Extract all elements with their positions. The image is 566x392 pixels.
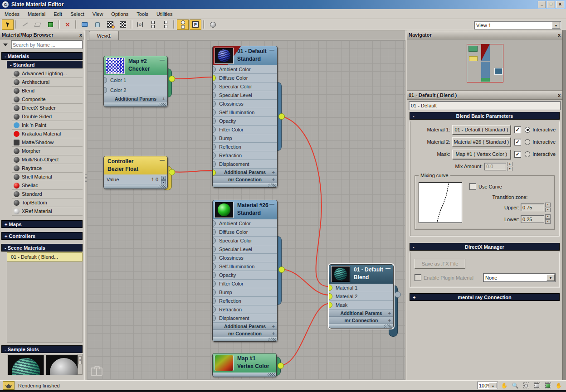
mask-button[interactable]: Map #1 ( Vertex Color ) (452, 150, 511, 159)
filter-button[interactable] (1, 41, 10, 48)
node-slot[interactable]: Self-Illumination (213, 262, 277, 271)
render-status-button[interactable] (3, 381, 15, 390)
input-socket-connected[interactable] (212, 169, 216, 176)
zoom-extents-selected-button[interactable] (543, 382, 552, 390)
node-resize-grip[interactable] (329, 324, 393, 328)
node-slot[interactable]: Diffuse Color (213, 228, 277, 237)
enable-plugin-checkbox[interactable] (415, 274, 421, 281)
input-socket[interactable] (212, 83, 216, 90)
mr-connection-strip[interactable]: mr Connection+ (329, 317, 393, 324)
node-slot[interactable]: Specular Color (213, 82, 277, 91)
input-socket[interactable] (212, 161, 216, 167)
node-slot[interactable]: Specular Color (213, 237, 277, 245)
node-slot[interactable]: Material 2 (329, 292, 393, 301)
expand-icon[interactable]: + (388, 318, 391, 323)
rollout-directx-manager[interactable]: - DirectX Manager (410, 243, 560, 251)
additional-params-strip[interactable]: Additional Params+ (213, 323, 277, 330)
node-slot[interactable]: Displacement (213, 314, 277, 323)
zoom-region-button[interactable] (522, 382, 531, 390)
list-item[interactable]: Composite (12, 95, 83, 104)
select-tool-button[interactable] (2, 19, 14, 30)
material2-button[interactable]: Material #26 ( Standard ) (452, 137, 511, 147)
menu-modes[interactable]: Modes (5, 11, 20, 17)
input-socket[interactable] (212, 272, 216, 278)
list-item[interactable]: Shellac (12, 181, 83, 190)
list-item[interactable]: Raytrace (12, 164, 83, 173)
chevron-down-icon[interactable]: ▼ (489, 382, 497, 388)
node-slot[interactable]: Ambient Color (213, 65, 277, 74)
list-item[interactable]: Double Sided (12, 112, 83, 121)
assign-material-button[interactable] (44, 19, 56, 30)
node-header[interactable]: 01 - DefaultStandard — (213, 46, 277, 65)
mix-amount-spinner[interactable]: ▲▼ (507, 162, 512, 171)
tab-view1[interactable]: View1 (89, 31, 119, 40)
input-socket[interactable] (212, 66, 216, 73)
additional-params-strip[interactable]: Additional Params+ (104, 95, 167, 102)
node-resize-grip[interactable] (104, 184, 167, 189)
node-default-standard[interactable]: 01 - DefaultStandard — Ambient Color Dif… (212, 46, 278, 188)
group-maps[interactable]: + Maps (1, 220, 83, 228)
node-slot[interactable]: Glossiness (213, 100, 277, 108)
list-item[interactable]: Shell Material (12, 173, 83, 181)
sample-scrollbar[interactable]: ≡ (78, 354, 83, 375)
lower-spinner[interactable]: ▲▼ (545, 214, 551, 224)
input-socket[interactable] (212, 298, 216, 304)
node-controller-bezier[interactable]: ControllerBezier Float — Value 1.0 ▲▼ (103, 156, 168, 189)
material1-button[interactable]: 01 - Default ( Standard ) (452, 125, 511, 135)
show-background-button[interactable]: O (134, 19, 146, 30)
group-controllers[interactable]: + Controllers (1, 232, 83, 240)
scene-material-item[interactable]: 01 - Default ( Blend... (7, 252, 83, 261)
list-item[interactable]: DirectX Shader (12, 104, 83, 112)
list-item[interactable]: Top/Bottom (12, 198, 83, 207)
node-header[interactable]: Map #2Checker — (104, 56, 167, 75)
node-slot[interactable]: Specular Level (213, 91, 277, 100)
list-item[interactable]: Blend (12, 87, 83, 95)
sample-slot[interactable] (8, 355, 44, 375)
expand-icon[interactable]: + (272, 169, 275, 175)
delete-button[interactable]: ✕ (62, 19, 73, 30)
node-slot[interactable]: Opacity (213, 271, 277, 280)
list-item[interactable]: Multi/Sub-Object (12, 155, 83, 164)
material1-interactive-radio[interactable] (525, 127, 531, 133)
input-socket[interactable] (212, 109, 216, 116)
expand-icon[interactable]: + (413, 295, 415, 300)
layout-children-auto-button[interactable] (160, 19, 171, 30)
list-item[interactable]: Ink 'n Paint (12, 121, 83, 130)
input-socket[interactable] (212, 263, 216, 270)
zoom-extents-button[interactable] (532, 382, 542, 390)
material2-checkbox[interactable]: ✓ (514, 139, 521, 145)
list-item[interactable]: XRef Material (12, 207, 83, 216)
parameter-panel-header[interactable]: 01 - Default ( Blend ) x (407, 91, 562, 100)
search-input[interactable] (11, 40, 83, 49)
input-socket[interactable] (212, 237, 216, 244)
input-socket[interactable] (212, 229, 216, 235)
controller-value-row[interactable]: Value 1.0 ▲▼ (104, 174, 167, 184)
controller-value[interactable]: 1.0 (151, 177, 158, 182)
pan-to-selected-button[interactable]: ✋ (554, 382, 563, 390)
collapse-icon[interactable]: — (269, 47, 274, 53)
list-item[interactable]: Advanced Lighting... (12, 69, 83, 78)
output-socket[interactable] (169, 76, 175, 82)
chevron-down-icon[interactable]: ▼ (552, 22, 560, 29)
use-curve-checkbox[interactable] (469, 183, 476, 190)
output-socket[interactable] (278, 113, 285, 120)
collapse-icon[interactable]: — (269, 201, 274, 207)
material-name-field[interactable]: 01 - Default (409, 101, 561, 110)
input-socket[interactable] (212, 118, 216, 124)
close-button[interactable]: X (556, 1, 564, 8)
input-socket[interactable] (212, 246, 216, 252)
upper-field[interactable]: 0.75 (521, 203, 544, 211)
node-header[interactable]: ControllerBezier Float — (104, 156, 167, 174)
node-slot[interactable]: Self-Illumination (213, 108, 277, 117)
menu-options[interactable]: Options (111, 11, 128, 17)
menu-edit[interactable]: Edit (54, 11, 62, 17)
node-slot[interactable]: Diffuse Color (213, 74, 277, 82)
sample-slot[interactable] (46, 355, 82, 375)
mask-interactive-radio[interactable] (525, 151, 531, 157)
chevron-down-icon[interactable]: ▼ (546, 274, 555, 281)
save-fx-button[interactable]: Save as .FX File (415, 259, 465, 269)
node-slot[interactable]: Specular Level (213, 245, 277, 254)
mix-amount-field[interactable]: 0.0 (484, 163, 506, 170)
zoom-tool-button[interactable]: 🔍 (511, 382, 520, 390)
show-map-viewport-standard-button[interactable] (117, 19, 129, 30)
